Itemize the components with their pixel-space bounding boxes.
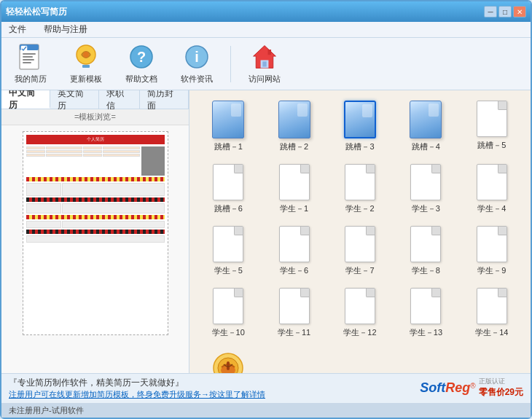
template-icon-18	[345, 288, 375, 324]
template-icon-11	[213, 226, 243, 262]
menu-file[interactable]: 文件	[6, 22, 29, 37]
bottom-bar: 『专业简历制作软件，精美简历一天就做好』 注册用户可在线更新增加简历模板，终身免…	[1, 373, 531, 403]
svg-rect-21	[227, 361, 230, 370]
website-icon	[251, 43, 278, 71]
window-title: 轻轻松松写简历	[6, 6, 67, 18]
main-window: 轻轻松松写简历 ─ □ ✕ 文件 帮助与注册	[0, 0, 532, 419]
template-icon-12	[279, 226, 310, 262]
template-student-4[interactable]: 学生－4	[461, 161, 523, 217]
tab-chinese-resume[interactable]: 中文简历	[1, 90, 50, 109]
template-icon-1	[212, 101, 244, 138]
svg-rect-3	[23, 56, 33, 58]
right-panel: 跳槽－1 跳槽－2 跳槽－3 跳槽－4 跳槽－5	[189, 90, 531, 373]
template-icon-3	[344, 101, 376, 138]
template-student-1[interactable]: 学生－1	[262, 161, 325, 217]
softreg-logo: SoftReg® 正版认证 零售价29元	[420, 377, 523, 399]
template-student-10[interactable]: 学生－10	[197, 285, 259, 341]
toolbar-my-resume-label: 我的简历	[15, 74, 47, 85]
template-student-9[interactable]: 学生－9	[461, 223, 523, 279]
title-bar: 轻轻松松写简历 ─ □ ✕	[1, 1, 531, 22]
preview-image: 个人简历	[23, 131, 168, 335]
template-label-4: 跳槽－4	[412, 141, 440, 152]
template-icon-15	[477, 226, 507, 262]
promo-text-1: 『专业简历制作软件，精美简历一天就做好』	[9, 377, 265, 389]
template-student-6[interactable]: 学生－6	[262, 223, 325, 279]
template-student-3[interactable]: 学生－3	[394, 161, 457, 217]
menu-help[interactable]: 帮助与注册	[41, 22, 90, 37]
menu-bar: 文件 帮助与注册	[1, 22, 531, 38]
tabs-row: 中文简历 英文简历 求职信 简历封面	[1, 90, 189, 109]
template-label-1: 跳槽－1	[214, 141, 243, 152]
template-icon-6	[213, 164, 243, 200]
tab-english-resume[interactable]: 英文简历	[50, 90, 99, 109]
status-bar: 未注册用户-试用软件	[1, 403, 531, 418]
template-label-5: 跳槽－5	[477, 140, 506, 151]
svg-rect-4	[23, 59, 34, 60]
template-tiaocao-2[interactable]: 跳槽－2	[262, 98, 325, 155]
template-icon-7	[279, 164, 310, 200]
svg-rect-9	[82, 65, 90, 68]
template-label-20: 学生－14	[475, 327, 508, 338]
promo-text-2[interactable]: 注册用户可在线更新增加简历模板，终身免费升级服务→按这里了解详情	[9, 389, 265, 400]
template-student-12[interactable]: 学生－12	[329, 285, 391, 341]
svg-text:i: i	[195, 49, 199, 65]
template-label-6: 跳槽－6	[214, 203, 243, 214]
template-icon-2	[278, 101, 310, 138]
template-label-11: 学生－5	[214, 265, 243, 276]
template-tiaocao-1[interactable]: 跳槽－1	[197, 98, 259, 155]
help-icon: ?	[128, 43, 155, 71]
svg-rect-17	[268, 50, 272, 55]
template-icon-14	[410, 226, 441, 262]
tab-resume-cover[interactable]: 简历封面	[140, 90, 189, 109]
template-label-15: 学生－9	[477, 265, 506, 276]
template-tiaocao-6[interactable]: 跳槽－6	[197, 161, 259, 217]
template-label-19: 学生－13	[410, 327, 442, 338]
template-tiaocao-5[interactable]: 跳槽－5	[461, 98, 523, 155]
template-grid: 跳槽－1 跳槽－2 跳槽－3 跳槽－4 跳槽－5	[197, 98, 523, 373]
minimize-button[interactable]: ─	[484, 6, 497, 17]
toolbar-divider	[230, 46, 231, 82]
toolbar-visit-website[interactable]: 访问网站	[243, 40, 286, 87]
price-text: 零售价29元	[479, 386, 523, 399]
template-icon-5	[477, 101, 507, 137]
tab-cover-letter[interactable]: 求职信	[99, 90, 140, 109]
template-more[interactable]: more	[197, 347, 259, 373]
template-student-13[interactable]: 学生－13	[394, 285, 457, 341]
template-label-18: 学生－12	[343, 327, 376, 338]
template-icon-17	[279, 288, 310, 324]
svg-text:?: ?	[137, 49, 146, 65]
template-icon-10	[477, 164, 507, 200]
more-icon	[211, 350, 246, 373]
softreg-subtitle: 正版认证	[479, 377, 505, 386]
template-label-16: 学生－10	[212, 327, 245, 338]
template-icon-20	[477, 288, 507, 324]
template-label-3: 跳槽－3	[345, 141, 374, 152]
maximize-button[interactable]: □	[498, 6, 512, 17]
template-student-5[interactable]: 学生－5	[197, 223, 259, 279]
toolbar-help-label: 帮助文档	[125, 74, 157, 85]
info-icon: i	[183, 43, 211, 71]
template-student-2[interactable]: 学生－2	[329, 161, 391, 217]
template-tiaocao-4[interactable]: 跳槽－4	[394, 98, 457, 155]
template-label-17: 学生－11	[278, 327, 310, 338]
template-student-8[interactable]: 学生－8	[394, 223, 457, 279]
left-panel: 中文简历 英文简历 求职信 简历封面 =模板浏览= 个人简历	[1, 90, 189, 373]
svg-rect-5	[23, 62, 31, 63]
toolbar-update-template[interactable]: 更新模板	[64, 40, 108, 87]
toolbar-website-label: 访问网站	[249, 74, 281, 85]
template-icon-8	[345, 164, 375, 200]
toolbar-software-info[interactable]: i 软件资讯	[175, 40, 219, 87]
template-student-7[interactable]: 学生－7	[329, 223, 391, 279]
toolbar-help-docs[interactable]: ? 帮助文档	[120, 40, 163, 87]
template-student-11[interactable]: 学生－11	[262, 285, 325, 341]
template-icon-9	[410, 164, 441, 200]
template-label-12: 学生－6	[280, 265, 308, 276]
template-tiaocao-3[interactable]: 跳槽－3	[329, 98, 391, 155]
template-student-14[interactable]: 学生－14	[461, 285, 523, 341]
template-label-13: 学生－7	[345, 265, 374, 276]
close-button[interactable]: ✕	[513, 6, 526, 17]
update-icon	[72, 43, 100, 71]
template-label-8: 学生－2	[345, 203, 374, 214]
svg-rect-2	[23, 53, 36, 55]
toolbar-my-resume[interactable]: 我的简历	[9, 40, 52, 87]
